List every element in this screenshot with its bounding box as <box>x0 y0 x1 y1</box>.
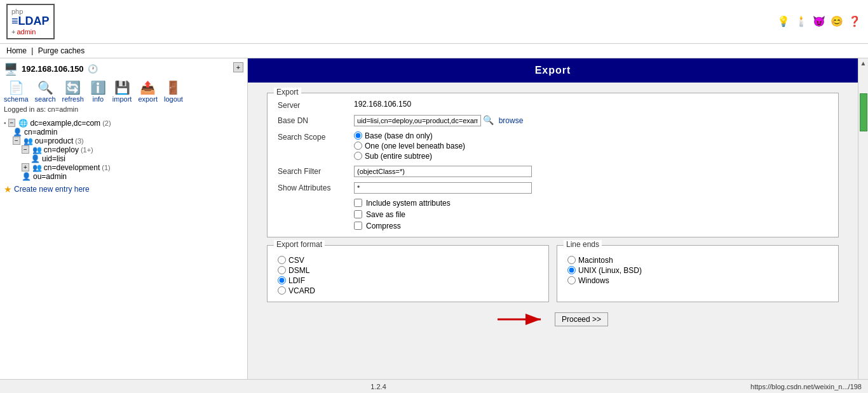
basedn-input[interactable] <box>354 115 481 126</box>
browse-icon[interactable]: 🔍 <box>483 115 494 125</box>
format-vcard-radio[interactable] <box>278 286 286 295</box>
lineend-mac-text: Macintosh <box>578 256 613 265</box>
schema-button[interactable]: 📄 schema <box>4 80 29 103</box>
checkbox-group: Include system attributes Save as file C… <box>278 199 828 230</box>
scope-one-text: One (one level beneath base) <box>365 142 465 150</box>
lineend-mac-radio[interactable] <box>567 256 576 264</box>
refresh-icon: 🔄 <box>65 80 81 95</box>
refresh-button[interactable]: 🔄 refresh <box>62 80 84 103</box>
schema-icon: 📄 <box>8 80 24 95</box>
logged-in-text: Logged in as: cn=admin <box>4 105 243 113</box>
tree-row[interactable]: 👤 ou=admin <box>22 172 243 181</box>
logout-button[interactable]: 🚪 logout <box>164 80 183 103</box>
format-csv-text: CSV <box>288 256 304 265</box>
tree-row[interactable]: − 👥 ou=product (3) <box>13 137 243 145</box>
lineend-mac-label[interactable]: Macintosh <box>567 256 828 265</box>
tree-row[interactable]: ▪ − 🌐 dc=example,dc=com (2) <box>4 119 243 128</box>
logo-admin-prefix: + <box>11 28 15 36</box>
scope-base-label[interactable]: Base (base dn only) <box>354 131 828 140</box>
tree-row[interactable]: + 👥 cn=development (1) <box>22 163 243 172</box>
light-icon[interactable]: 🕯️ <box>794 15 808 29</box>
tree-indent-3a: 👤 uid=lisi <box>22 154 243 163</box>
server-label: Server <box>278 100 354 110</box>
sidebar-expand-button[interactable]: + <box>233 62 243 72</box>
attrs-label: Show Attributes <box>278 182 354 192</box>
filter-control <box>354 166 828 177</box>
search-button[interactable]: 🔍 search <box>35 80 56 103</box>
compress-label[interactable]: Compress <box>354 222 828 230</box>
sidebar-header: 🖥️ 192.168.106.150 🕐 <box>4 62 243 76</box>
smile-icon[interactable]: 😊 <box>830 15 844 29</box>
lineend-legend: Line ends <box>564 240 602 249</box>
lineend-unix-radio[interactable] <box>567 266 576 274</box>
minus-icon: − <box>8 119 16 127</box>
browse-link[interactable]: browse <box>499 116 524 125</box>
format-ldif-label[interactable]: LDIF <box>278 276 538 285</box>
import-button[interactable]: 💾 import <box>112 80 132 103</box>
cn-deploy-icon: 👥 <box>32 145 42 154</box>
tree-row[interactable]: − 👥 cn=deploy (1+) <box>22 145 243 154</box>
logo-ldap: ≡LDAP <box>11 15 50 28</box>
logout-icon: 🚪 <box>165 80 181 95</box>
attrs-input[interactable] <box>354 182 532 194</box>
plus-icon: + <box>22 163 29 171</box>
star-icon: ★ <box>4 184 12 194</box>
format-vcard-label[interactable]: VCARD <box>278 286 538 295</box>
format-csv-label[interactable]: CSV <box>278 256 538 265</box>
save-file-label[interactable]: Save as file <box>354 210 828 219</box>
format-ldif-radio[interactable] <box>278 276 286 284</box>
create-entry-row[interactable]: ★ Create new entry here <box>4 184 243 194</box>
tree-row[interactable]: 👤 cn=admin <box>13 128 243 137</box>
content-area: Export Export Server 192.168.106.150 Bas… <box>248 58 858 393</box>
format-legend: Export format <box>274 240 325 249</box>
scope-base-radio[interactable] <box>354 131 362 140</box>
include-sys-checkbox[interactable] <box>354 199 362 207</box>
purge-link[interactable]: Purge caches <box>38 46 85 55</box>
minus-icon-3: − <box>22 145 29 154</box>
lineend-win-label[interactable]: Windows <box>567 276 828 285</box>
filter-input[interactable] <box>354 166 532 177</box>
info-button[interactable]: ℹ️ info <box>90 80 106 103</box>
proceed-button[interactable]: Proceed >> <box>555 312 608 326</box>
scope-sub-radio[interactable] <box>354 152 362 160</box>
create-entry-label[interactable]: Create new entry here <box>14 185 90 194</box>
question-icon[interactable]: ❓ <box>848 15 862 29</box>
scrollbar[interactable]: ▲ <box>858 58 868 393</box>
topbar: php ≡LDAP + admin 💡 🕯️ 😈 😊 ❓ <box>0 0 868 44</box>
bug-icon[interactable]: 😈 <box>812 15 826 29</box>
dc-root-icon: 🌐 <box>18 119 28 128</box>
lineend-unix-text: UNIX (Linux, BSD) <box>578 266 642 275</box>
tree-row[interactable]: 👤 uid=lisi <box>31 154 243 163</box>
sidebar-refresh-icon[interactable]: 🕐 <box>88 64 98 74</box>
scope-control: Base (base dn only) One (one level benea… <box>354 131 828 161</box>
scroll-up-arrow[interactable]: ▲ <box>859 58 868 68</box>
scroll-thumb[interactable] <box>860 93 867 131</box>
scope-one-label[interactable]: One (one level beneath base) <box>354 142 828 150</box>
tree-indent-1: 👤 cn=admin <box>4 128 243 137</box>
include-sys-label[interactable]: Include system attributes <box>354 199 828 208</box>
export-button[interactable]: 📤 export <box>138 80 158 103</box>
format-dsml-label[interactable]: DSML <box>278 266 538 275</box>
cn-dev-count: (1) <box>102 164 110 171</box>
help-icon[interactable]: 💡 <box>776 15 790 29</box>
compress-text: Compress <box>366 222 401 230</box>
lineend-win-radio[interactable] <box>567 276 576 284</box>
lineend-unix-label[interactable]: UNIX (Linux, BSD) <box>567 266 828 275</box>
server-row: Server 192.168.106.150 <box>278 100 828 110</box>
scope-sub-label[interactable]: Sub (entire subtree) <box>354 152 828 161</box>
filter-label: Search Filter <box>278 166 354 176</box>
scope-one-radio[interactable] <box>354 142 362 150</box>
format-dsml-radio[interactable] <box>278 266 286 274</box>
export-label: export <box>138 95 158 103</box>
save-file-checkbox[interactable] <box>354 210 362 218</box>
server-address: 192.168.106.150 <box>22 64 84 74</box>
sidebar-toolbar: 📄 schema 🔍 search 🔄 refresh ℹ️ info 💾 im… <box>4 80 243 103</box>
topbar-icons: 💡 🕯️ 😈 😊 ❓ <box>776 15 862 29</box>
lineend-win-text: Windows <box>578 276 609 285</box>
compress-checkbox[interactable] <box>354 222 362 230</box>
cn-dev-label: cn=development <box>44 163 100 172</box>
basedn-label: Base DN <box>278 115 354 125</box>
format-csv-radio[interactable] <box>278 256 286 264</box>
home-link[interactable]: Home <box>6 46 27 55</box>
tree-indent-2c: 👤 ou=admin <box>13 172 243 181</box>
